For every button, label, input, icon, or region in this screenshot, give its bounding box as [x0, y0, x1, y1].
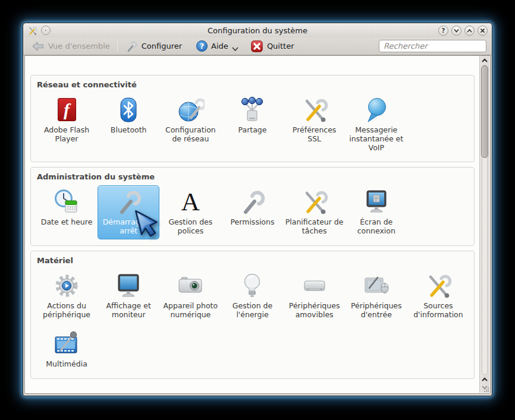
tile-input-devices[interactable]: Périphériques d'entrée [346, 269, 407, 323]
tile-label: Affichage et moniteur [99, 302, 158, 320]
tile-label: Date et heure [41, 218, 93, 227]
wrench-icon [114, 188, 143, 216]
window-controls: ? [438, 26, 488, 36]
resize-grip[interactable] [484, 387, 489, 392]
scrollbar-thumb[interactable] [481, 65, 488, 158]
tablet-mouse-icon [362, 271, 391, 300]
titlebar[interactable]: Configuration du système ? [23, 23, 492, 37]
tile-startup-shutdown[interactable]: Démarrage et arrêt [98, 185, 159, 239]
tile-label: Adobe Flash Player [37, 126, 96, 144]
tile-label: Gestion des polices [161, 218, 219, 236]
crossed-tools-icon [300, 188, 329, 216]
help-button[interactable]: ? [438, 26, 448, 36]
tile-task-scheduler[interactable]: Planificateur de tâches [284, 185, 346, 239]
wrench-icon [125, 40, 138, 53]
quit-button[interactable]: Quitter [247, 39, 297, 54]
crossed-tools-icon [27, 26, 37, 36]
tile-label: Périphériques d'entrée [347, 302, 406, 320]
tile-label: Appareil photo numérique [161, 302, 219, 320]
tile-font-management[interactable]: A Gestion des polices [159, 185, 221, 239]
tile-label: Partage [238, 126, 267, 135]
help-label: Aide [211, 42, 228, 50]
tile-label: Bluetooth [111, 126, 147, 135]
minimize-button[interactable] [451, 26, 461, 36]
tile-digital-camera[interactable]: Appareil photo numérique [159, 269, 221, 323]
tile-device-actions[interactable]: Actions du périphérique [36, 269, 98, 323]
configure-label: Configurer [142, 42, 182, 50]
search-input[interactable] [379, 40, 486, 52]
wrench-icon [238, 188, 266, 216]
tile-label: Actions du périphérique [37, 302, 96, 320]
chevron-down-icon [232, 47, 238, 52]
tile-label: Planificateur de tâches [285, 218, 344, 236]
desktop-background: Configuration du système ? Vue [0, 0, 515, 420]
tile-network-config[interactable]: Configuration de réseau [159, 93, 221, 156]
tile-information-sources[interactable]: Sources d'information [407, 269, 469, 323]
hard-drive-icon [300, 271, 329, 300]
chevron-up-icon [466, 27, 473, 34]
globe-wrench-icon [176, 96, 205, 124]
tile-login-screen[interactable]: Écran de connexion [346, 185, 407, 239]
toolbar-separator [117, 40, 118, 52]
lightbulb-icon [238, 271, 266, 300]
tile-date-time[interactable]: Date et heure [36, 185, 98, 239]
clock-calendar-icon [52, 188, 81, 216]
chevron-up-icon [482, 58, 488, 62]
tile-adobe-flash[interactable]: f Adobe Flash Player [36, 93, 98, 156]
camera-icon [176, 271, 205, 300]
section-title: Administration du système [36, 172, 469, 185]
bluetooth-icon [114, 96, 143, 124]
system-settings-window: Configuration du système ? Vue [23, 23, 492, 396]
close-icon [479, 27, 486, 34]
tile-ssl-preferences[interactable]: Préférences SSL [284, 93, 346, 156]
toolbar: Vue d'ensemble Configurer ? Aide [23, 37, 492, 55]
settings-scroll-view: Réseau et connectivité f Adobe Flash Pla… [26, 56, 479, 393]
section-network: Réseau et connectivité f Adobe Flash Pla… [30, 75, 475, 162]
gear-play-icon [52, 271, 81, 300]
crossed-tools-icon [300, 96, 329, 124]
close-button[interactable] [478, 26, 488, 36]
chevron-up-icon [482, 377, 488, 381]
section-title: Réseau et connectivité [36, 80, 469, 93]
overview-button[interactable]: Vue d'ensemble [29, 39, 113, 54]
scroll-up-button-alt[interactable] [480, 375, 489, 383]
window-title: Configuration du système [95, 26, 420, 35]
tile-label: Permissions [231, 218, 275, 227]
titlebar-menu-button[interactable] [41, 26, 51, 35]
tile-grid: f Adobe Flash Player [36, 93, 469, 156]
flash-icon: f [52, 96, 81, 124]
tile-label: Démarrage et arrêt [99, 218, 158, 236]
vertical-scrollbar[interactable] [479, 56, 489, 393]
sharing-icon [238, 96, 266, 124]
tile-label: Messagerie instantanée et VoIP [347, 126, 406, 152]
configure-button[interactable]: Configurer [122, 39, 185, 54]
tile-im-voip[interactable]: Messagerie instantanée et VoIP [346, 93, 407, 156]
tile-label: Périphériques amovibles [285, 302, 344, 320]
help-menu-button[interactable]: ? Aide [193, 39, 243, 53]
help-icon: ? [196, 40, 208, 52]
tile-grid: Date et heure Démarrage et arrêt [36, 185, 469, 239]
maximize-button[interactable] [464, 26, 475, 36]
scroll-up-button[interactable] [480, 56, 489, 64]
search-box [379, 40, 486, 52]
tile-label: Multimédia [46, 360, 87, 369]
tile-grid: Actions du périphérique [36, 269, 469, 372]
monitor-document-icon [362, 188, 391, 216]
tile-label: Écran de connexion [347, 218, 406, 236]
chat-bubble-icon [362, 96, 391, 124]
multimedia-icon [52, 330, 81, 358]
tile-label: Sources d'information [409, 302, 467, 320]
tile-permissions[interactable]: Permissions [221, 185, 283, 239]
tile-label: Configuration de réseau [161, 126, 219, 144]
tile-display-monitor[interactable]: Affichage et moniteur [98, 269, 159, 323]
content-area: Réseau et connectivité f Adobe Flash Pla… [24, 55, 491, 394]
tile-removable-devices[interactable]: Périphériques amovibles [284, 269, 346, 323]
chevron-down-icon [453, 27, 460, 34]
monitor-icon [114, 271, 143, 300]
tile-power-management[interactable]: Gestion de l'énergie [221, 269, 283, 323]
tile-sharing[interactable]: Partage [221, 93, 283, 156]
tile-multimedia[interactable]: Multimédia [36, 327, 98, 372]
tile-bluetooth[interactable]: Bluetooth [98, 93, 159, 156]
tile-label: Préférences SSL [285, 126, 344, 144]
section-hardware: Matériel [30, 251, 475, 379]
